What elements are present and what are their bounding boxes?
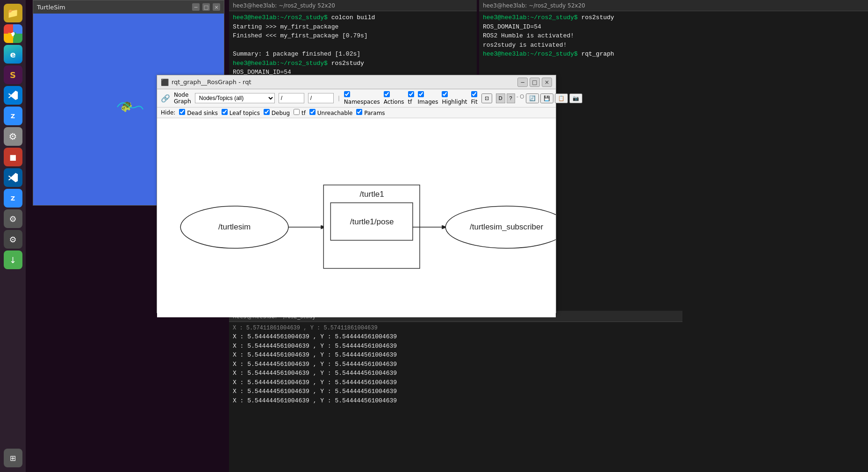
vscode-icon[interactable]	[4, 86, 22, 105]
highlight-checkbox-label: Highlight	[442, 91, 467, 105]
fit-button[interactable]: ⊡	[481, 93, 492, 103]
chrome-icon[interactable]	[4, 24, 22, 43]
debug-label: Debug	[264, 109, 290, 116]
filter-input-2[interactable]	[308, 93, 334, 103]
turtlesim-title: TurtleSim	[37, 4, 65, 11]
slack-icon[interactable]: S	[4, 65, 22, 84]
terminal-line-4	[233, 41, 473, 50]
zoom-icon-2[interactable]: Z	[4, 189, 22, 207]
settings-icon-1[interactable]: ⚙	[4, 127, 22, 146]
toolbar-action-buttons: D ? - O 🔄 💾 📋 📷	[496, 93, 582, 103]
rqt-toolbar-1: 🔗 Node Graph Nodes/Topics (all) Nodes on…	[157, 89, 556, 107]
terminal-prompt-1: hee3@hee3lab:~/ros2_study$	[233, 14, 328, 21]
D-button[interactable]: D	[496, 93, 505, 103]
rqt-maximize-button[interactable]: □	[530, 78, 540, 87]
terminal-top-left-content: hee3@hee3lab:~/ros2_study$ colcon build …	[229, 11, 477, 79]
turtlesim-titlebar: TurtleSim − □ ×	[33, 0, 224, 14]
svg-text:/turtlesim: /turtlesim	[218, 222, 251, 231]
rqt-window: ⬛ rqt_graph__RosGraph - rqt − □ × 🔗 Node…	[157, 75, 556, 313]
terminal-line-5: Summary: 1 package finished [1.02s]	[233, 50, 473, 59]
fit-checkbox[interactable]	[471, 91, 477, 97]
minimize-button[interactable]: −	[192, 3, 200, 11]
terminal-top-right-content: hee3@hee3lab:~/ros2_study$ ros2study ROS…	[479, 11, 868, 61]
leaf-topics-checkbox[interactable]	[222, 109, 228, 115]
tb-line-8: X : 5.544444561004639 , Y : 5.5444445610…	[233, 396, 679, 406]
highlight-checkbox[interactable]	[442, 91, 448, 97]
copy-button[interactable]: 📋	[555, 93, 568, 103]
svg-text:/turtle1/pose: /turtle1/pose	[350, 217, 394, 226]
terminal-line-1: hee3@hee3lab:~/ros2_study$ colcon build	[233, 13, 473, 22]
tr-line-3: ROS2 Humble is activated!	[483, 31, 864, 41]
rqt-window-controls: − □ ×	[517, 78, 552, 87]
zoom-icon[interactable]: Z	[4, 107, 22, 125]
tr-line-5: hee3@hee3lab:~/ros2_study$ rqt_graph	[483, 50, 864, 59]
tb-line-7: X : 5.544444561004639 , Y : 5.5444445610…	[233, 387, 679, 396]
graph-area: /turtlesim /turtle1 /turtle1/pose /turtl…	[157, 118, 556, 317]
terminal-bottom: hee3@hee3lab: ~/ros2_study X : 5.5741186…	[229, 311, 682, 472]
node-graph-label: Node Graph	[174, 92, 191, 105]
terminal-top-right-title: hee3@hee3lab: ~/ros2_study 52x20	[483, 2, 585, 9]
svg-text:/turtle1: /turtle1	[360, 190, 384, 199]
close-button[interactable]: ×	[213, 3, 220, 11]
filter-input-1[interactable]	[279, 93, 304, 103]
dead-sinks-checkbox[interactable]	[179, 109, 185, 115]
tb-line-1: X : 5.544444561004639 , Y : 5.5444445610…	[233, 332, 679, 342]
tr-line-2: ROS_DOMAIN_ID=54	[483, 22, 864, 32]
actions-checkbox[interactable]	[384, 91, 390, 97]
settings-icon-3[interactable]: ⚙	[4, 230, 22, 249]
edge-icon[interactable]: e	[4, 45, 22, 64]
rqt-minimize-button[interactable]: −	[517, 78, 528, 87]
terminal-top-right-titlebar: hee3@hee3lab: ~/ros2_study 52x20	[479, 0, 868, 11]
turtlesim-window-controls: − □ ×	[192, 3, 220, 11]
terminal-prompt-6: hee3@hee3lab:~/ros2_study$	[233, 60, 328, 67]
rqt-toolbar-2: Hide: Dead sinks Leaf topics Debug tf Un…	[157, 107, 556, 118]
svg-text:/turtlesim_subscriber: /turtlesim_subscriber	[470, 222, 544, 231]
params-checkbox[interactable]	[356, 109, 362, 115]
save-button[interactable]: 💾	[540, 93, 553, 103]
images-checkbox-label: Images	[418, 91, 438, 105]
tr-line-4: ros2study is activated!	[483, 41, 864, 50]
terminal-top-right: hee3@hee3lab: ~/ros2_study 52x20 hee3@he…	[479, 0, 868, 79]
namespaces-checkbox[interactable]	[344, 91, 350, 97]
tb-line-4: X : 5.544444561004639 , Y : 5.5444445610…	[233, 360, 679, 369]
tr-prompt-1: hee3@hee3lab:~/ros2_study$	[483, 14, 578, 21]
tr-cmd-1: ros2study	[581, 14, 614, 21]
terminal-cmd-6: ros2study	[331, 60, 364, 67]
red-app-icon[interactable]: ■	[4, 148, 22, 166]
install-icon[interactable]: ↓	[4, 250, 22, 269]
unreachable-checkbox[interactable]	[309, 109, 316, 115]
maximize-button[interactable]: □	[202, 3, 210, 11]
tf-checkbox-label: tf	[408, 91, 414, 105]
graph-svg: /turtlesim /turtle1 /turtle1/pose /turtl…	[157, 118, 556, 317]
hide-tf-label: tf	[294, 109, 306, 116]
tf-checkbox[interactable]	[408, 91, 414, 97]
tb-line-3: X : 5.544444561004639 , Y : 5.5444445610…	[233, 350, 679, 360]
files-icon[interactable]: 📁	[4, 4, 22, 22]
terminal-top-left: hee3@hee3lab: ~/ros2_study 52x20 hee3@he…	[229, 0, 477, 79]
namespaces-checkbox-label: Namespaces	[344, 91, 380, 105]
gear-icon[interactable]: ⚙	[4, 209, 22, 228]
actions-checkbox-label: Actions	[384, 91, 404, 105]
nodes-topics-dropdown[interactable]: Nodes/Topics (all) Nodes only Nodes/Topi…	[195, 93, 275, 103]
terminal-text-5: Summary: 1 package finished [1.02s]	[233, 50, 360, 57]
terminal-bottom-content: X : 5.57411861004639 , Y : 5.57411861004…	[229, 322, 682, 407]
fit-checkbox-label: Fit	[471, 91, 478, 105]
tb-line-2: X : 5.544444561004639 , Y : 5.5444445610…	[233, 342, 679, 351]
terminal-line-6: hee3@hee3lab:~/ros2_study$ ros2study	[233, 59, 473, 68]
terminal-text-3: Finished <<< my_first_package [0.79s]	[233, 32, 368, 39]
rqt-close-button[interactable]: ×	[542, 78, 552, 87]
vscode-icon-2[interactable]	[4, 168, 22, 187]
leaf-topics-label: Leaf topics	[222, 109, 260, 116]
debug-checkbox[interactable]	[264, 109, 270, 115]
terminal-cmd-1: colcon build	[331, 14, 375, 21]
rqt-titlebar: ⬛ rqt_graph__RosGraph - rqt − □ ×	[157, 75, 556, 89]
screenshot-button[interactable]: 📷	[569, 93, 582, 103]
grid-icon[interactable]: ⊞	[4, 449, 22, 467]
tb-line-6: X : 5.544444561004639 , Y : 5.5444445610…	[233, 378, 679, 387]
images-checkbox[interactable]	[418, 91, 424, 97]
terminal-top-left-titlebar: hee3@hee3lab: ~/ros2_study 52x20	[229, 0, 477, 11]
help-button[interactable]: ?	[507, 93, 515, 103]
terminal-text-2: Starting >>> my_first_package	[233, 23, 338, 30]
hide-tf-checkbox[interactable]	[294, 109, 300, 115]
refresh-button[interactable]: 🔄	[526, 93, 539, 103]
